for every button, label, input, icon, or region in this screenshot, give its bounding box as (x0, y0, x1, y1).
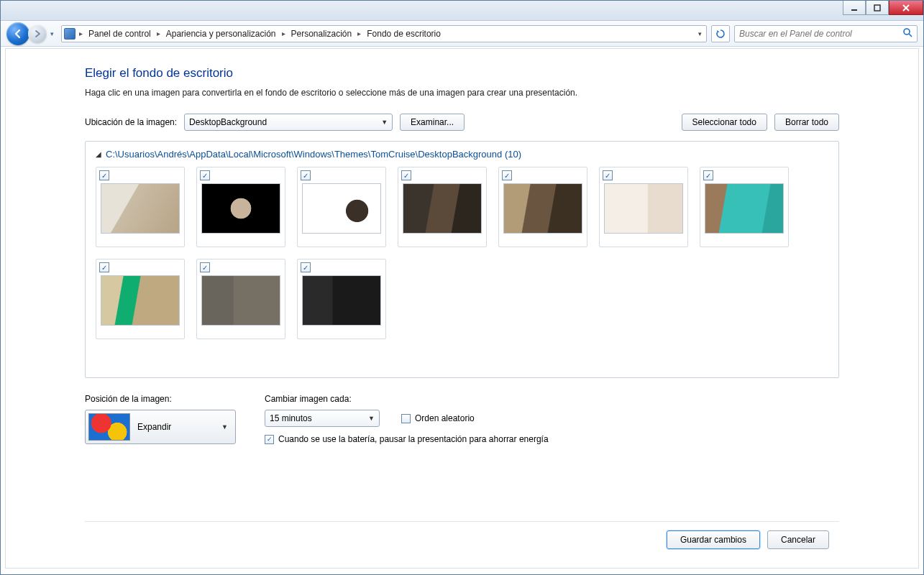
thumb-checkbox[interactable]: ✓ (200, 170, 210, 180)
interval-value: 15 minutos (270, 413, 364, 423)
position-preview-icon (88, 413, 130, 441)
clear-all-button[interactable]: Borrar todo (774, 114, 839, 131)
svg-rect-0 (851, 9, 857, 11)
thumb-checkbox[interactable]: ✓ (703, 170, 713, 180)
wallpaper-thumb[interactable]: ✓ (96, 259, 185, 339)
wallpaper-thumb[interactable]: ✓ (498, 167, 587, 247)
content-inner: Elegir el fondo de escritorio Haga clic … (5, 48, 919, 569)
thumb-checkbox[interactable]: ✓ (301, 170, 311, 180)
thumb-image (201, 183, 280, 234)
wallpaper-thumb[interactable]: ✓ (297, 259, 386, 339)
options-row: Posición de la imagen: Expandir ▼ Cambia… (85, 394, 839, 444)
thumb-image (705, 183, 784, 234)
address-dropdown[interactable]: ▾ (693, 30, 706, 37)
wallpaper-thumb[interactable]: ✓ (700, 167, 789, 247)
wallpaper-thumb[interactable]: ✓ (398, 167, 487, 247)
location-value: DesktopBackground (189, 117, 377, 127)
navbar: ▾ ▸ Panel de control ▸ Apariencia y pers… (1, 21, 923, 47)
thumb-checkbox[interactable]: ✓ (301, 262, 311, 272)
control-panel-icon (62, 28, 78, 40)
nav-history-dropdown[interactable]: ▾ (47, 24, 57, 43)
page-subtitle: Haga clic en una imagen para convertirla… (85, 88, 839, 98)
position-column: Posición de la imagen: Expandir ▼ (85, 394, 236, 444)
battery-label: Cuando se use la batería, pausar la pres… (278, 434, 549, 444)
location-dropdown[interactable]: DesktopBackground ▼ (184, 114, 393, 131)
position-label: Posición de la imagen: (85, 394, 236, 404)
save-button[interactable]: Guardar cambios (667, 530, 760, 549)
thumb-checkbox[interactable]: ✓ (603, 170, 613, 180)
close-button[interactable] (889, 1, 923, 15)
footer: Guardar cambios Cancelar (85, 521, 839, 558)
group-path: C:\Usuarios\Andrés\AppData\Local\Microso… (106, 149, 521, 160)
forward-button[interactable] (28, 24, 47, 43)
interval-label: Cambiar imagen cada: (265, 394, 549, 404)
crumb-appearance[interactable]: Apariencia y personalización (162, 26, 280, 42)
breadcrumb: ▸ Panel de control ▸ Apariencia y person… (78, 26, 693, 42)
content: Elegir el fondo de escritorio Haga clic … (1, 47, 923, 574)
thumb-checkbox[interactable]: ✓ (401, 170, 411, 180)
thumb-image (201, 275, 280, 326)
select-all-button[interactable]: Seleccionar todo (682, 114, 767, 131)
crumb-personalization[interactable]: Personalización (287, 26, 357, 42)
wallpaper-thumb[interactable]: ✓ (96, 167, 185, 247)
battery-checkbox[interactable]: ✓ Cuando se use la batería, pausar la pr… (265, 434, 549, 444)
position-value: Expandir (137, 422, 214, 432)
checkbox-icon: ✓ (265, 435, 274, 444)
group-header[interactable]: ◢ C:\Usuarios\Andrés\AppData\Local\Micro… (96, 149, 828, 160)
page-title: Elegir el fondo de escritorio (85, 66, 839, 80)
nav-buttons: ▾ (6, 22, 57, 45)
thumb-checkbox[interactable]: ✓ (99, 262, 109, 272)
chevron-down-icon: ▼ (221, 423, 232, 431)
wallpaper-thumb[interactable]: ✓ (599, 167, 688, 247)
collapse-icon: ◢ (96, 150, 101, 158)
thumb-image (604, 183, 683, 234)
thumb-checkbox[interactable]: ✓ (200, 262, 210, 272)
chevron-down-icon: ▼ (364, 415, 375, 422)
chevron-right-icon: ▸ (356, 29, 362, 37)
thumb-image (503, 183, 582, 234)
window-controls (843, 1, 923, 15)
browse-button[interactable]: Examinar... (400, 114, 465, 131)
chevron-right-icon: ▸ (155, 29, 162, 37)
thumb-checkbox[interactable]: ✓ (99, 170, 109, 180)
search-icon[interactable] (901, 27, 914, 40)
thumbnail-panel: ◢ C:\Usuarios\Andrés\AppData\Local\Micro… (85, 141, 839, 378)
chevron-right-icon: ▸ (78, 29, 84, 37)
chevron-down-icon: ▼ (377, 119, 388, 126)
search-box[interactable] (734, 25, 918, 42)
svg-line-3 (909, 34, 912, 37)
thumb-image (302, 183, 381, 234)
chevron-right-icon: ▸ (280, 29, 287, 37)
crumb-control-panel[interactable]: Panel de control (84, 26, 155, 42)
wallpaper-thumb[interactable]: ✓ (196, 167, 285, 247)
thumb-image (302, 275, 381, 326)
wallpaper-thumb[interactable]: ✓ (297, 167, 386, 247)
maximize-button[interactable] (866, 1, 889, 15)
interval-column: Cambiar imagen cada: 15 minutos ▼ Orden … (265, 394, 549, 444)
thumb-image (101, 275, 180, 326)
cancel-button[interactable]: Cancelar (767, 530, 829, 549)
interval-dropdown[interactable]: 15 minutos ▼ (265, 410, 380, 427)
titlebar (1, 1, 923, 21)
svg-point-2 (904, 29, 910, 34)
location-row: Ubicación de la imagen: DesktopBackgroun… (85, 114, 839, 131)
thumb-image (101, 183, 180, 234)
search-input[interactable] (738, 28, 901, 40)
crumb-desktop-background[interactable]: Fondo de escritorio (362, 26, 445, 42)
refresh-button[interactable] (711, 25, 730, 42)
address-bar[interactable]: ▸ Panel de control ▸ Apariencia y person… (61, 25, 707, 42)
thumb-checkbox[interactable]: ✓ (502, 170, 512, 180)
shuffle-checkbox[interactable]: Orden aleatorio (401, 413, 475, 423)
thumbnail-grid: ✓ ✓ ✓ ✓ ✓ ✓ ✓ ✓ ✓ ✓ (96, 167, 828, 339)
back-button[interactable] (6, 22, 29, 45)
shuffle-label: Orden aleatorio (415, 413, 475, 423)
checkbox-icon (401, 414, 411, 423)
wallpaper-thumb[interactable]: ✓ (196, 259, 285, 339)
window: ▾ ▸ Panel de control ▸ Apariencia y pers… (0, 0, 924, 575)
thumb-image (403, 183, 482, 234)
svg-rect-1 (874, 5, 880, 11)
position-dropdown[interactable]: Expandir ▼ (85, 410, 236, 444)
minimize-button[interactable] (843, 1, 866, 15)
location-label: Ubicación de la imagen: (85, 117, 177, 127)
